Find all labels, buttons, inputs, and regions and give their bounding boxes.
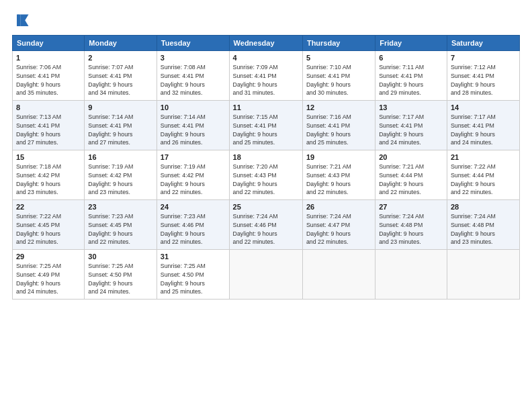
- day-number: 25: [233, 203, 299, 211]
- logo-icon: [12, 12, 31, 31]
- day-info: Sunrise: 7:24 AM Sunset: 4:46 PM Dayligh…: [233, 212, 299, 246]
- day-info: Sunrise: 7:10 AM Sunset: 4:41 PM Dayligh…: [306, 63, 371, 97]
- col-header-tuesday: Tuesday: [157, 36, 229, 51]
- day-info: Sunrise: 7:21 AM Sunset: 4:44 PM Dayligh…: [379, 163, 443, 197]
- calendar-cell: [375, 250, 447, 300]
- day-number: 11: [233, 103, 299, 111]
- day-info: Sunrise: 7:06 AM Sunset: 4:41 PM Dayligh…: [16, 63, 81, 97]
- day-number: 24: [161, 203, 226, 211]
- calendar-cell: 27Sunrise: 7:24 AM Sunset: 4:48 PM Dayli…: [375, 200, 447, 250]
- day-number: 19: [306, 153, 371, 161]
- col-header-saturday: Saturday: [447, 36, 519, 51]
- col-header-friday: Friday: [375, 36, 447, 51]
- day-info: Sunrise: 7:13 AM Sunset: 4:41 PM Dayligh…: [16, 113, 81, 147]
- calendar-cell: 1Sunrise: 7:06 AM Sunset: 4:41 PM Daylig…: [13, 51, 85, 101]
- day-info: Sunrise: 7:19 AM Sunset: 4:42 PM Dayligh…: [161, 163, 226, 197]
- calendar-cell: 8Sunrise: 7:13 AM Sunset: 4:41 PM Daylig…: [13, 101, 85, 150]
- calendar-cell: 22Sunrise: 7:22 AM Sunset: 4:45 PM Dayli…: [13, 200, 85, 250]
- day-number: 21: [451, 153, 516, 161]
- calendar-cell: 7Sunrise: 7:12 AM Sunset: 4:41 PM Daylig…: [447, 51, 519, 101]
- calendar-cell: 4Sunrise: 7:09 AM Sunset: 4:41 PM Daylig…: [229, 51, 302, 101]
- day-number: 1: [16, 54, 81, 62]
- day-info: Sunrise: 7:17 AM Sunset: 4:41 PM Dayligh…: [379, 113, 443, 147]
- day-number: 31: [161, 253, 226, 261]
- calendar-cell: 13Sunrise: 7:17 AM Sunset: 4:41 PM Dayli…: [375, 101, 447, 150]
- calendar-cell: 10Sunrise: 7:14 AM Sunset: 4:41 PM Dayli…: [157, 101, 229, 150]
- col-header-wednesday: Wednesday: [229, 36, 302, 51]
- calendar-cell: 26Sunrise: 7:24 AM Sunset: 4:47 PM Dayli…: [302, 200, 375, 250]
- day-info: Sunrise: 7:22 AM Sunset: 4:45 PM Dayligh…: [16, 212, 81, 246]
- day-number: 13: [379, 103, 443, 111]
- day-number: 9: [88, 103, 153, 111]
- day-info: Sunrise: 7:24 AM Sunset: 4:47 PM Dayligh…: [306, 212, 371, 246]
- day-info: Sunrise: 7:07 AM Sunset: 4:41 PM Dayligh…: [88, 63, 153, 97]
- day-number: 30: [88, 253, 153, 261]
- day-info: Sunrise: 7:25 AM Sunset: 4:50 PM Dayligh…: [88, 262, 153, 296]
- svg-rect-3: [17, 15, 19, 27]
- calendar-header-row: SundayMondayTuesdayWednesdayThursdayFrid…: [13, 36, 520, 51]
- day-number: 26: [306, 203, 371, 211]
- day-number: 7: [451, 54, 516, 62]
- calendar-week-3: 15Sunrise: 7:18 AM Sunset: 4:42 PM Dayli…: [13, 150, 520, 200]
- day-number: 4: [233, 54, 299, 62]
- day-info: Sunrise: 7:23 AM Sunset: 4:46 PM Dayligh…: [161, 212, 226, 246]
- calendar-cell: 3Sunrise: 7:08 AM Sunset: 4:41 PM Daylig…: [157, 51, 229, 101]
- col-header-monday: Monday: [85, 36, 157, 51]
- calendar-cell: 11Sunrise: 7:15 AM Sunset: 4:41 PM Dayli…: [229, 101, 302, 150]
- calendar-cell: 20Sunrise: 7:21 AM Sunset: 4:44 PM Dayli…: [375, 150, 447, 200]
- calendar-cell: 16Sunrise: 7:19 AM Sunset: 4:42 PM Dayli…: [85, 150, 157, 200]
- day-number: 6: [379, 54, 443, 62]
- day-number: 28: [451, 203, 516, 211]
- page: SundayMondayTuesdayWednesdayThursdayFrid…: [0, 0, 532, 411]
- day-info: Sunrise: 7:16 AM Sunset: 4:41 PM Dayligh…: [306, 113, 371, 147]
- day-info: Sunrise: 7:14 AM Sunset: 4:41 PM Dayligh…: [161, 113, 226, 147]
- day-info: Sunrise: 7:21 AM Sunset: 4:43 PM Dayligh…: [306, 163, 371, 197]
- calendar-week-2: 8Sunrise: 7:13 AM Sunset: 4:41 PM Daylig…: [13, 101, 520, 150]
- day-info: Sunrise: 7:23 AM Sunset: 4:45 PM Dayligh…: [88, 212, 153, 246]
- calendar-cell: 31Sunrise: 7:25 AM Sunset: 4:50 PM Dayli…: [157, 250, 229, 300]
- day-info: Sunrise: 7:09 AM Sunset: 4:41 PM Dayligh…: [233, 63, 299, 97]
- calendar-cell: [447, 250, 519, 300]
- day-number: 3: [161, 54, 226, 62]
- calendar-cell: 5Sunrise: 7:10 AM Sunset: 4:41 PM Daylig…: [302, 51, 375, 101]
- col-header-sunday: Sunday: [13, 36, 85, 51]
- day-number: 18: [233, 153, 299, 161]
- logo: [12, 12, 32, 31]
- day-info: Sunrise: 7:17 AM Sunset: 4:41 PM Dayligh…: [451, 113, 516, 147]
- day-info: Sunrise: 7:12 AM Sunset: 4:41 PM Dayligh…: [451, 63, 516, 97]
- day-number: 29: [16, 253, 81, 261]
- calendar-cell: 14Sunrise: 7:17 AM Sunset: 4:41 PM Dayli…: [447, 101, 519, 150]
- day-info: Sunrise: 7:14 AM Sunset: 4:41 PM Dayligh…: [88, 113, 153, 147]
- day-number: 10: [161, 103, 226, 111]
- calendar-week-5: 29Sunrise: 7:25 AM Sunset: 4:49 PM Dayli…: [13, 250, 520, 300]
- calendar-cell: [302, 250, 375, 300]
- day-info: Sunrise: 7:25 AM Sunset: 4:50 PM Dayligh…: [161, 262, 226, 296]
- calendar-cell: 30Sunrise: 7:25 AM Sunset: 4:50 PM Dayli…: [85, 250, 157, 300]
- day-number: 2: [88, 54, 153, 62]
- day-number: 16: [88, 153, 153, 161]
- day-info: Sunrise: 7:24 AM Sunset: 4:48 PM Dayligh…: [379, 212, 443, 246]
- day-number: 15: [16, 153, 81, 161]
- day-info: Sunrise: 7:19 AM Sunset: 4:42 PM Dayligh…: [88, 163, 153, 197]
- calendar-week-4: 22Sunrise: 7:22 AM Sunset: 4:45 PM Dayli…: [13, 200, 520, 250]
- day-info: Sunrise: 7:25 AM Sunset: 4:49 PM Dayligh…: [16, 262, 81, 296]
- calendar-cell: 6Sunrise: 7:11 AM Sunset: 4:41 PM Daylig…: [375, 51, 447, 101]
- calendar-cell: 23Sunrise: 7:23 AM Sunset: 4:45 PM Dayli…: [85, 200, 157, 250]
- day-info: Sunrise: 7:22 AM Sunset: 4:44 PM Dayligh…: [451, 163, 516, 197]
- day-number: 12: [306, 103, 371, 111]
- day-number: 27: [379, 203, 443, 211]
- calendar-cell: 19Sunrise: 7:21 AM Sunset: 4:43 PM Dayli…: [302, 150, 375, 200]
- calendar-cell: 28Sunrise: 7:24 AM Sunset: 4:48 PM Dayli…: [447, 200, 519, 250]
- calendar-cell: 12Sunrise: 7:16 AM Sunset: 4:41 PM Dayli…: [302, 101, 375, 150]
- calendar-week-1: 1Sunrise: 7:06 AM Sunset: 4:41 PM Daylig…: [13, 51, 520, 101]
- day-info: Sunrise: 7:18 AM Sunset: 4:42 PM Dayligh…: [16, 163, 81, 197]
- calendar-cell: 21Sunrise: 7:22 AM Sunset: 4:44 PM Dayli…: [447, 150, 519, 200]
- day-info: Sunrise: 7:20 AM Sunset: 4:43 PM Dayligh…: [233, 163, 299, 197]
- day-info: Sunrise: 7:24 AM Sunset: 4:48 PM Dayligh…: [451, 212, 516, 246]
- day-number: 17: [161, 153, 226, 161]
- calendar-cell: 9Sunrise: 7:14 AM Sunset: 4:41 PM Daylig…: [85, 101, 157, 150]
- day-number: 14: [451, 103, 516, 111]
- day-number: 8: [16, 103, 81, 111]
- header: [12, 12, 520, 31]
- day-info: Sunrise: 7:08 AM Sunset: 4:41 PM Dayligh…: [161, 63, 226, 97]
